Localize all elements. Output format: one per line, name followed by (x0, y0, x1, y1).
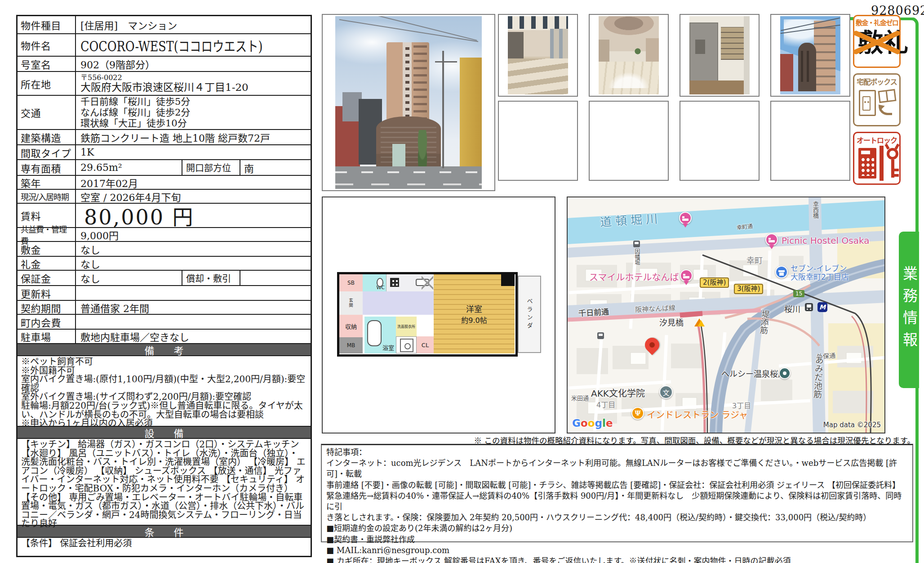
osaka-metro-icon: M (817, 302, 827, 312)
table-row: 礼金 なし (18, 257, 311, 271)
wall-column (501, 274, 515, 286)
train-station-icon (805, 303, 813, 311)
road-label: 米田通 (571, 393, 589, 402)
row-label: 専有面積 (18, 160, 76, 175)
area-value: 29.65m² (76, 160, 182, 175)
remarks-block: ※ペット飼育不可 ※外国籍不可 室内バイク置き場:(原付1,100円/月額)(中… (18, 356, 311, 427)
row-label: 物件名 (18, 34, 76, 56)
row-label: 所在地 (18, 72, 76, 95)
restaurant-pin[interactable]: Ψ (631, 407, 644, 420)
property-name-value: COCORO-WEST(ココロウエスト) (76, 34, 311, 56)
row-label: 共益費・管理費 (18, 228, 76, 241)
restaurant-label[interactable]: インドレストラン ラジャ (647, 408, 748, 421)
table-row: 共益費・管理費 9,000円 (18, 228, 311, 242)
rent-value: 80,000 円 (76, 204, 311, 227)
conditions-header: 条 件 (18, 526, 311, 538)
hotel-pin[interactable] (679, 212, 692, 224)
special-notes-panel: 特記事項： インターネット：ucom光レジデンス LANポートからインターネット… (321, 444, 913, 542)
school-pin[interactable]: 文 (659, 385, 673, 399)
table-row: 交通 千日前線「桜川」徒歩5分 なんば線「桜川」徒歩2分 環状線「大正」徒歩10… (18, 96, 311, 130)
table-row: 物件名 COCORO-WEST(ココロウエスト) (18, 34, 311, 57)
exit-2-label: 2(阪神) (700, 277, 729, 288)
main-exterior-photo (322, 14, 495, 191)
row-value (240, 271, 311, 285)
map-copyright: Map data ©2025 (823, 421, 881, 429)
delivery-locker-icon (859, 90, 876, 116)
table-row: 専有面積 29.65m² 開口部方位 南 (18, 160, 311, 176)
row-label: 償却・敷引 (182, 271, 240, 285)
delivery-box-title: 宅配ボックス (854, 76, 899, 87)
row-value: なし (76, 242, 311, 256)
floorplan-drawing: SB WC 玄関 収納 MB 浴室 洗面脱衣所 CL 洋室 約9.0帖 ベランダ (337, 272, 543, 357)
package-icon (878, 89, 896, 103)
keypad-icon (858, 148, 876, 179)
business-info-tab[interactable]: 業務情報 (899, 232, 919, 388)
floorplan-panel: SB WC 玄関 収納 MB 浴室 洗面脱衣所 CL 洋室 約9.0帖 ベランダ (322, 197, 555, 433)
table-row: 間取タイプ 1K (18, 145, 311, 160)
direction-value: 南 (240, 160, 311, 175)
wc-area: WC (363, 274, 386, 291)
shiomibashi-station-icon (694, 313, 704, 326)
row-label: 更新料 (18, 286, 76, 300)
store-label-2[interactable]: 大阪幸町2丁目店 (791, 271, 849, 282)
balcony-area: ベランダ (518, 276, 541, 353)
table-row: 物件種目 [住居用] マンション (18, 16, 311, 34)
table-row: 保証金 なし 償却・敷引 (18, 271, 311, 286)
arrow-icon (879, 106, 892, 115)
auto-lock-badge: オートロック (853, 132, 901, 185)
row-value: 9,000円 (76, 228, 311, 241)
station-label: 汐見橋 (659, 316, 684, 328)
hotel-pin[interactable] (680, 269, 693, 282)
photo-placeholder (589, 101, 669, 181)
hallway-area (363, 291, 434, 315)
row-label: 建築構造 (18, 130, 76, 144)
delivery-box-badge: 宅配ボックス (853, 73, 901, 126)
row-value (76, 315, 311, 329)
washroom-area: 洗面脱衣所 (396, 317, 417, 336)
row-label: 築年 (18, 176, 76, 189)
road-label: 千日前通 (578, 305, 609, 318)
equipment-header: 設 備 (18, 427, 311, 439)
laundry-area (396, 336, 417, 353)
row-label: 敷金 (18, 242, 76, 256)
table-row: 所在地 〒556-0022 大阪府大阪市浪速区桜川４丁目1-20 (18, 72, 311, 96)
equipment-block: 【キッチン】 給湯器（ガス）・ガスコンロ（2口）・システムキッチン 【水廻り】 … (18, 439, 311, 526)
remarks-header: 備 考 (18, 344, 311, 356)
hotel-label[interactable]: スマイルホテルなんば (589, 270, 679, 283)
onsen-label[interactable]: ヘルシー温泉桜川 (721, 367, 786, 379)
row-label: 交通 (18, 96, 76, 129)
entrance-area: 玄関 (339, 291, 363, 315)
photo-placeholder (680, 101, 760, 181)
row-label: 物件種目 (18, 16, 76, 33)
photo-entrance-corridor (498, 14, 578, 97)
special-notes-title: 特記事項： (326, 447, 908, 458)
meterbox-area: MB (339, 337, 363, 353)
google-logo: Google (572, 417, 613, 429)
photo-building-low-angle (770, 14, 850, 97)
row-value: [住居用] マンション (76, 16, 311, 33)
table-row: 敷金 なし (18, 242, 311, 257)
photo-delivery-lockers (680, 14, 760, 97)
row-label: 間取タイプ (18, 145, 76, 159)
row-label: 町内会費 (18, 315, 76, 329)
business-info-tab-label: 業務情報 (898, 266, 920, 354)
row-value: 普通借家 2年間 (76, 301, 311, 314)
row-label: 現況/入居時期 (18, 190, 76, 203)
district-label: 幸町 (746, 254, 763, 266)
bus-stop-icon (633, 241, 640, 247)
bridge-label: 幸西橋 (811, 201, 820, 219)
district-label: 4丁目 (596, 399, 615, 410)
row-label: 駐車場 (18, 330, 76, 343)
onsen-pin[interactable] (779, 367, 791, 379)
bath-area: 浴室 (364, 317, 396, 353)
school-label[interactable]: AKK文化学院 (591, 386, 645, 399)
row-value: なし (76, 271, 182, 285)
address-value: 〒556-0022 大阪府大阪市浪速区桜川４丁目1-20 (76, 72, 311, 95)
location-map[interactable]: 道頓堀川 幸西橋 幸町通 Picnic Hostel Osaka 幸町 セブン-… (567, 197, 885, 433)
hotel-pin[interactable] (765, 233, 778, 246)
row-value: 敷地内駐車場／空きなし (76, 330, 311, 343)
row-value: 902（9階部分） (76, 57, 311, 71)
convenience-store-pin[interactable] (775, 266, 788, 278)
hostel-label[interactable]: Picnic Hostel Osaka (782, 235, 869, 246)
table-row: 更新料 (18, 286, 311, 301)
